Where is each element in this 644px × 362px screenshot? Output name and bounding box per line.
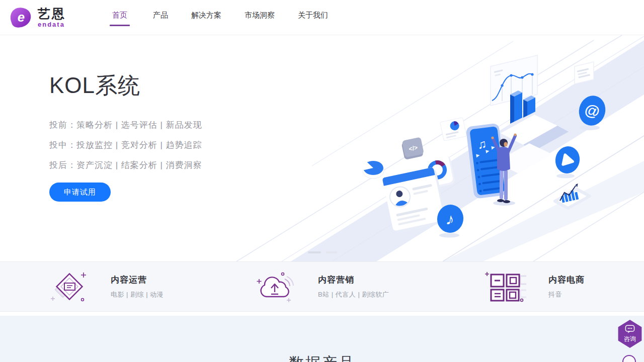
svg-text:♫: ♫ (476, 137, 487, 151)
feature-content-ecommerce[interactable]: 内容电商 抖音 (484, 271, 585, 302)
feature-title: 内容电商 (548, 274, 585, 286)
nav-item-label: 产品 (153, 11, 168, 19)
feature-text: 内容运营 电影 | 剧综 | 动漫 (111, 274, 164, 299)
hero-line-pre: 投前：策略分析 | 选号评估 | 新品发现 (49, 115, 202, 135)
nav-item-label: 关于我们 (298, 11, 328, 19)
speech-bubble-icon (624, 324, 635, 334)
page: e 艺恩 endata 首页 产品 解决方案 市场洞察 关于我们 (0, 0, 644, 362)
section-title: 数据产品 (0, 353, 644, 362)
feature-content-marketing[interactable]: 内容营销 B站 | 代言人 | 剧综软广 (256, 270, 389, 303)
feature-title: 内容营销 (318, 274, 389, 286)
video-play-badge (553, 144, 582, 178)
qr-grid-icon (484, 271, 526, 302)
brand-logo[interactable]: e 艺恩 endata (8, 5, 66, 30)
top-nav-bar: e 艺恩 endata 首页 产品 解决方案 市场洞察 关于我们 (0, 0, 644, 35)
hero-copy: KOL系统 投前：策略分析 | 选号评估 | 新品发现 投中：投放监控 | 竞对… (49, 74, 202, 202)
nav-item-solutions[interactable]: 解决方案 (191, 8, 221, 27)
svg-text:e: e (18, 10, 25, 24)
nav-item-label: 解决方案 (191, 11, 221, 19)
feature-subtitle: B站 | 代言人 | 剧综软广 (318, 290, 389, 299)
hero-banner: @ </> (0, 35, 644, 261)
pie-chart (362, 161, 384, 178)
active-underline (110, 25, 130, 26)
mini-doc-pie (440, 118, 467, 141)
profile-card (382, 167, 447, 234)
consult-label: 咨询 (624, 335, 636, 343)
apply-trial-button[interactable]: 申请试用 (49, 183, 111, 202)
feature-text: 内容营销 B站 | 代言人 | 剧综软广 (318, 274, 389, 299)
feature-text: 内容电商 抖音 (548, 274, 585, 299)
brand-wordmark: 艺恩 endata (38, 8, 66, 28)
nav-item-home[interactable]: 首页 (110, 8, 130, 27)
nav-item-market-insight[interactable]: 市场洞察 (245, 8, 275, 27)
hero-line-mid: 投中：投放监控 | 竞对分析 | 趋势追踪 (49, 135, 202, 155)
feature-strip: 内容运营 电影 | 剧综 | 动漫 内容营销 B站 | 代言人 | 剧综软广 (0, 261, 644, 312)
brand-name-en: endata (38, 21, 66, 28)
nav-item-label: 市场洞察 (245, 11, 275, 19)
hero-description: 投前：策略分析 | 选号评估 | 新品发现 投中：投放监控 | 竞对分析 | 趋… (49, 115, 202, 175)
brand-name-cn: 艺恩 (38, 8, 66, 20)
section-gap (0, 312, 644, 316)
nav-item-label: 首页 (112, 11, 127, 19)
code-block: </> (401, 137, 425, 159)
endata-logo-icon: e (8, 5, 33, 30)
data-products-section: 数据产品 (0, 316, 644, 362)
feature-subtitle: 电影 | 剧综 | 动漫 (111, 290, 164, 299)
nav-item-products[interactable]: 产品 (153, 8, 168, 27)
hero-line-post: 投后：资产沉淀 | 结案分析 | 消费洞察 (49, 155, 202, 175)
nav-item-about-us[interactable]: 关于我们 (298, 8, 328, 27)
feature-title: 内容运营 (111, 274, 164, 286)
feature-subtitle: 抖音 (548, 290, 585, 299)
hero-title: KOL系统 (49, 74, 202, 97)
cloud-upload-icon (256, 270, 296, 303)
main-nav: 首页 产品 解决方案 市场洞察 关于我们 (110, 8, 328, 27)
feature-content-operation[interactable]: 内容运营 电影 | 剧综 | 动漫 (49, 270, 164, 303)
diamond-document-icon (49, 270, 89, 303)
